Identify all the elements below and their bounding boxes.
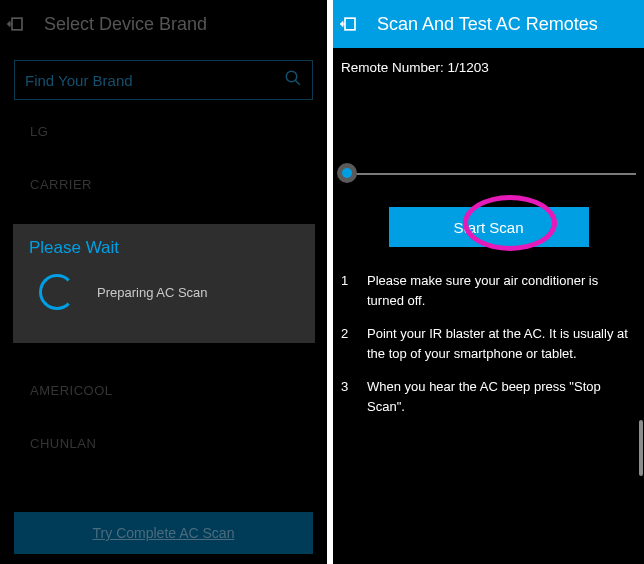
modal-message: Preparing AC Scan [97, 285, 208, 300]
slider-track [341, 173, 636, 175]
screen-select-brand: Select Device Brand LG CARRIER TADIRAN A… [0, 0, 327, 564]
svg-rect-0 [12, 18, 22, 30]
please-wait-modal: Please Wait Preparing AC Scan [13, 224, 315, 343]
instruction-text: Please make sure your air conditioner is… [367, 271, 636, 310]
search-icon[interactable] [284, 69, 302, 91]
search-container [0, 48, 327, 100]
brand-item[interactable]: CARRIER [0, 157, 327, 210]
brand-item[interactable]: CHUNLAN [0, 416, 327, 469]
instruction-number: 2 [341, 324, 353, 363]
instruction-row: 3 When you hear the AC beep press "Stop … [341, 377, 636, 416]
scrollbar-thumb[interactable] [639, 420, 643, 476]
svg-rect-2 [345, 18, 355, 30]
try-complete-scan-button[interactable]: Try Complete AC Scan [14, 512, 313, 554]
search-input[interactable] [25, 72, 284, 89]
topbar-title-right: Scan And Test AC Remotes [377, 14, 636, 35]
screen-scan-remotes: Scan And Test AC Remotes Remote Number: … [333, 0, 644, 564]
search-field[interactable] [14, 60, 313, 100]
progress-slider[interactable] [333, 87, 644, 177]
back-icon[interactable] [6, 13, 28, 35]
brand-item[interactable]: AMERICOOL [0, 363, 327, 416]
instruction-row: 1 Please make sure your air conditioner … [341, 271, 636, 310]
modal-title: Please Wait [29, 238, 299, 258]
loading-spinner-icon [39, 274, 75, 310]
start-scan-button[interactable]: Start Scan [389, 207, 589, 247]
svg-point-1 [286, 71, 297, 82]
footer-button-wrap: Try Complete AC Scan [14, 512, 313, 554]
brand-item[interactable]: LG [0, 104, 327, 157]
topbar-title-left: Select Device Brand [44, 14, 319, 35]
instructions-list: 1 Please make sure your air conditioner … [333, 267, 644, 416]
instruction-row: 2 Point your IR blaster at the AC. It is… [341, 324, 636, 363]
topbar-right: Scan And Test AC Remotes [333, 0, 644, 48]
remote-number-label: Remote Number: 1/1203 [333, 48, 644, 87]
instruction-number: 3 [341, 377, 353, 416]
topbar-left: Select Device Brand [0, 0, 327, 48]
back-icon[interactable] [339, 13, 361, 35]
instruction-text: When you hear the AC beep press "Stop Sc… [367, 377, 636, 416]
instruction-number: 1 [341, 271, 353, 310]
scan-button-container: Start Scan [333, 177, 644, 267]
instruction-text: Point your IR blaster at the AC. It is u… [367, 324, 636, 363]
